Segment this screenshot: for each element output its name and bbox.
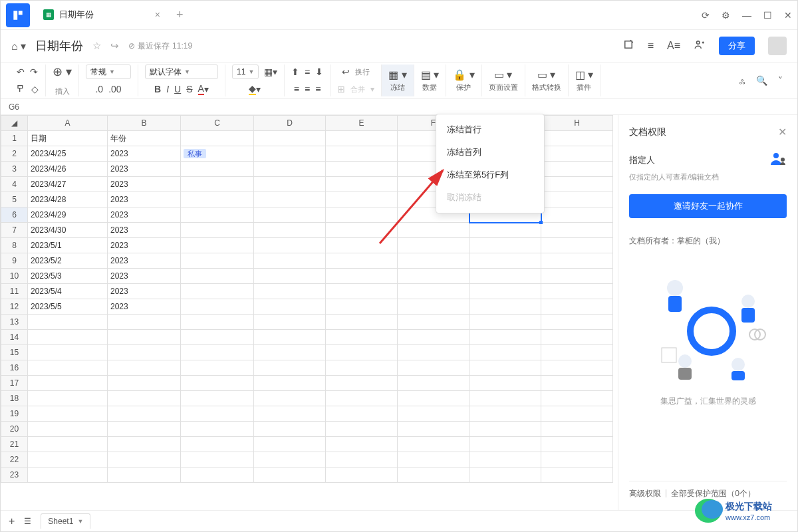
cell[interactable]: 2023/4/30	[28, 223, 108, 238]
decimal-decrease-icon[interactable]: .0	[95, 84, 103, 94]
cell[interactable]	[326, 192, 398, 207]
cell[interactable]	[469, 422, 541, 437]
cell[interactable]	[28, 422, 108, 437]
cell[interactable]	[326, 330, 398, 345]
cell[interactable]	[398, 360, 469, 376]
collapse-toolbar-icon[interactable]: ˅	[778, 75, 783, 86]
cell[interactable]	[108, 376, 181, 391]
cell[interactable]	[181, 177, 254, 192]
cell[interactable]	[469, 269, 541, 284]
cell[interactable]: 年份	[108, 131, 181, 146]
cell[interactable]	[254, 467, 326, 483]
invite-button[interactable]: 邀请好友一起协作	[629, 194, 787, 218]
cell[interactable]	[108, 391, 181, 406]
row-header[interactable]: 13	[1, 315, 28, 330]
cell[interactable]	[541, 406, 613, 422]
cell[interactable]: 2023/5/2	[28, 253, 108, 269]
underline-icon[interactable]: U	[174, 84, 181, 94]
cell[interactable]: 2023/4/25	[28, 146, 108, 162]
cell[interactable]	[541, 223, 613, 238]
cell[interactable]	[541, 177, 613, 192]
cell[interactable]	[108, 406, 181, 422]
format-painter-icon[interactable]	[15, 84, 26, 94]
cell[interactable]	[108, 315, 181, 330]
cell[interactable]	[28, 391, 108, 406]
cell[interactable]	[181, 192, 254, 207]
row-header[interactable]: 16	[1, 360, 28, 376]
row-header[interactable]: 1	[1, 131, 28, 146]
cell[interactable]: 2023	[108, 177, 181, 192]
cell[interactable]	[541, 345, 613, 360]
cell[interactable]	[28, 406, 108, 422]
add-person-icon[interactable]	[771, 152, 787, 168]
cell[interactable]	[326, 207, 398, 223]
cell[interactable]	[541, 330, 613, 345]
cell[interactable]: 2023	[108, 146, 181, 162]
link-icon[interactable]: ஃ	[739, 75, 745, 86]
cell[interactable]	[108, 422, 181, 437]
close-window-icon[interactable]: ✕	[784, 10, 792, 21]
document-tab[interactable]: ▦ 日期年份 ×	[35, 5, 168, 26]
cell[interactable]	[254, 223, 326, 238]
cell[interactable]	[254, 192, 326, 207]
cell[interactable]	[28, 452, 108, 467]
cell[interactable]	[254, 391, 326, 406]
sheet-tab[interactable]: Sheet1▼	[41, 513, 90, 529]
cell[interactable]	[181, 437, 254, 452]
cell[interactable]	[254, 177, 326, 192]
move-folder-icon[interactable]: ↪	[110, 40, 119, 52]
cell[interactable]	[254, 406, 326, 422]
cell[interactable]	[398, 345, 469, 360]
cell[interactable]: 私事	[181, 146, 254, 162]
cell[interactable]	[254, 131, 326, 146]
cell[interactable]	[28, 437, 108, 452]
cell[interactable]	[254, 315, 326, 330]
cell[interactable]	[469, 406, 541, 422]
row-header[interactable]: 20	[1, 422, 28, 437]
cell[interactable]	[541, 207, 613, 223]
cell[interactable]	[181, 391, 254, 406]
row-header[interactable]: 21	[1, 437, 28, 452]
cell[interactable]	[469, 330, 541, 345]
col-header-C[interactable]: C	[181, 116, 254, 131]
cell[interactable]	[28, 315, 108, 330]
close-tab-icon[interactable]: ×	[155, 9, 160, 20]
valign-bottom-icon[interactable]: ⬇	[315, 66, 323, 77]
cell[interactable]	[469, 253, 541, 269]
redo-icon[interactable]: ↷	[30, 66, 38, 77]
align-center-icon[interactable]: ≡	[305, 84, 310, 94]
cell[interactable]	[181, 345, 254, 360]
format-convert-button[interactable]: ▭ ▾ 格式转换	[525, 65, 569, 96]
cell[interactable]	[541, 422, 613, 437]
cell[interactable]	[326, 406, 398, 422]
protect-button[interactable]: 🔒 ▾ 保护	[446, 65, 481, 96]
cell[interactable]	[469, 299, 541, 315]
cell[interactable]: 日期	[28, 131, 108, 146]
cell[interactable]	[326, 422, 398, 437]
cell[interactable]: 2023/4/27	[28, 177, 108, 192]
cell[interactable]	[181, 238, 254, 253]
cell[interactable]	[541, 238, 613, 253]
cell[interactable]	[398, 437, 469, 452]
number-format-dropdown[interactable]: 常规▼	[86, 65, 131, 79]
freeze-to-cell[interactable]: 冻结至第5行F列	[436, 164, 544, 186]
plugin-button[interactable]: ◫ ▾ 插件	[569, 65, 600, 96]
freeze-button[interactable]: ▦ ▾ 冻结	[382, 65, 414, 96]
cell[interactable]	[326, 146, 398, 162]
cell[interactable]	[326, 360, 398, 376]
valign-middle-icon[interactable]: ≡	[305, 66, 310, 77]
cell[interactable]	[254, 238, 326, 253]
cell[interactable]	[254, 146, 326, 162]
cell[interactable]	[254, 437, 326, 452]
cell-reference[interactable]: G6	[1, 99, 797, 115]
cell[interactable]	[398, 269, 469, 284]
row-header[interactable]: 12	[1, 299, 28, 315]
strikethrough-icon[interactable]: S	[186, 84, 192, 94]
list-icon[interactable]: ≡	[648, 40, 654, 52]
cell[interactable]	[398, 253, 469, 269]
cell[interactable]	[541, 146, 613, 162]
cell[interactable]	[326, 376, 398, 391]
row-header[interactable]: 14	[1, 330, 28, 345]
align-left-icon[interactable]: ≡	[294, 84, 299, 94]
row-header[interactable]: 23	[1, 467, 28, 483]
